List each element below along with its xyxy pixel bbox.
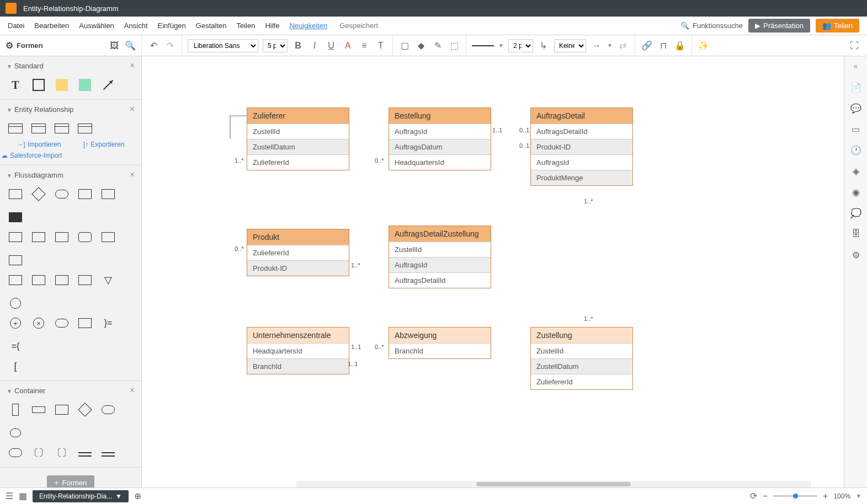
entity-hq[interactable]: UnternehmenszentraleHeadquartersIdBranch… [247,327,349,374]
menu-share[interactable]: Teilen [236,22,255,30]
chat-icon[interactable]: 💭 [849,206,863,219]
flow-shape[interactable]: × [31,315,46,331]
shape-options-icon[interactable]: ⬚ [448,40,460,52]
flow-shape[interactable] [8,253,23,268]
collapse-rail-icon[interactable]: « [849,60,863,73]
menu-insert[interactable]: Einfügen [158,22,186,30]
entity-field[interactable]: ProduktMenge [531,170,632,185]
entity-field[interactable]: HeadquartersId [247,343,349,358]
link-icon[interactable]: 🔗 [641,40,653,52]
text-size-icon[interactable]: T [375,40,387,52]
flow-shape[interactable] [100,186,116,202]
zoom-in-icon[interactable]: + [823,491,828,501]
shape-fill-icon[interactable]: ▢ [398,40,411,52]
note-green-shape[interactable] [77,77,93,93]
cont-shape[interactable] [77,402,93,417]
zoom-level[interactable]: 100% [833,492,850,500]
entity-field[interactable]: ZustellId [247,124,349,139]
magnet-icon[interactable]: ⊓ [657,40,669,52]
entity-field[interactable]: AuftragsId [389,257,491,272]
entity-bestellung[interactable]: BestellungAuftragsIdAuftragsDatumHeadqua… [389,108,491,170]
close-icon[interactable]: × [130,61,135,71]
entity-field[interactable]: AuftragsDatum [389,139,491,154]
fill-color-icon[interactable]: ◆ [415,40,427,52]
share-button[interactable]: 👥 Teilen [816,19,859,33]
flow-shape[interactable] [8,186,23,202]
cont-shape[interactable] [8,445,23,460]
flow-shape[interactable] [8,272,23,288]
search-icon[interactable]: 🔍 [125,40,136,52]
flow-shape[interactable] [54,186,70,202]
entity-header[interactable]: Abzweigung [389,328,491,343]
entity-field[interactable]: ZuliefererId [247,245,349,260]
document-title[interactable]: Entity-Relationship-Diagramm [23,4,119,13]
database-icon[interactable]: 🗄 [849,227,863,240]
swap-icon[interactable]: ⇄ [617,40,629,52]
menu-select[interactable]: Auswählen [79,22,114,30]
entity-header[interactable]: Unternehmenszentrale [247,328,349,343]
entity-field[interactable]: AuftragsDetailId [531,124,632,139]
undo-icon[interactable]: ↶ [147,40,159,52]
list-view-icon[interactable]: ☰ [6,491,13,501]
entity-field[interactable]: AuftragsDetailId [389,272,491,288]
entity-field[interactable]: ZustellId [389,242,491,257]
sync-icon[interactable]: ⟳ [750,491,757,501]
entity-zustellung[interactable]: ZustellungZustellIdZustellDatumZuliefere… [530,327,633,390]
entity-header[interactable]: Produkt [247,229,349,245]
group-header-flow[interactable]: ▼Flussdiagramm × [0,165,141,184]
entity-field[interactable]: HeadquartersId [389,154,491,170]
close-icon[interactable]: × [130,385,135,395]
cont-shape[interactable] [100,402,116,417]
entity-field[interactable]: ZustellId [531,343,632,358]
entity-header[interactable]: Zulieferer [247,108,349,124]
flow-shape[interactable] [31,186,46,202]
gear-icon[interactable] [6,40,13,51]
present-icon[interactable]: ▭ [849,122,863,136]
menu-file[interactable]: Datei [8,22,24,30]
add-page-icon[interactable]: ⊕ [134,491,141,501]
history-icon[interactable]: 🕐 [849,143,863,157]
flow-shape[interactable] [54,229,70,245]
settings-icon[interactable]: ⚙ [849,248,863,261]
cont-shape[interactable]: 〔〕 [54,445,70,460]
entity-abzweigung[interactable]: AbzweigungBranchId [389,327,491,359]
entity-field[interactable]: ZustellDatum [531,358,632,374]
zoom-slider[interactable] [773,495,817,497]
er-shape-3[interactable] [54,121,70,136]
entity-field[interactable]: Produkt-ID [247,260,349,276]
flow-shape[interactable] [31,229,46,245]
flow-shape[interactable]: + [8,315,23,331]
cont-shape[interactable] [77,445,93,460]
er-shape-2[interactable] [31,121,46,136]
flow-shape[interactable] [77,315,93,331]
underline-icon[interactable]: U [325,40,337,52]
lock-icon[interactable]: 🔒 [674,40,686,52]
zoom-out-icon[interactable]: − [763,491,768,501]
cont-shape[interactable] [8,425,23,441]
export-link[interactable]: [↑ Exportieren [83,141,125,148]
entity-field[interactable]: ZuliefererId [531,374,632,389]
group-header-standard[interactable]: ▼Standard × [0,56,141,75]
cont-shape[interactable]: 〔〕 [31,445,46,460]
presentation-button[interactable]: ▶ Präsentation [748,19,810,33]
align-icon[interactable]: ≡ [358,40,370,52]
import-link[interactable]: →] Importieren [17,141,61,148]
line-shape[interactable] [100,77,116,93]
note-yellow-shape[interactable] [54,77,70,93]
flow-shape[interactable]: }= [100,315,116,331]
text-color-icon[interactable]: A [342,40,354,52]
arrow-style-icon[interactable]: → [591,40,603,52]
linewidth-select[interactable]: 2 px [508,39,533,52]
horizontal-scrollbar[interactable] [296,481,811,487]
group-header-er[interactable]: ▼Entity Relationship × [0,100,141,119]
folder-icon[interactable] [6,3,17,14]
er-shape-4[interactable] [77,121,93,136]
more-shapes-button[interactable]: + Formen [47,475,94,487]
cont-shape[interactable] [100,445,116,460]
bold-icon[interactable]: B [292,40,304,52]
flow-shape[interactable] [77,272,93,288]
cont-shape[interactable] [31,402,46,417]
menu-view[interactable]: Ansicht [124,22,148,30]
entity-adz[interactable]: AuftragsDetailZustellungZustellIdAuftrag… [389,226,491,288]
entity-field[interactable]: AuftragsId [531,154,632,170]
